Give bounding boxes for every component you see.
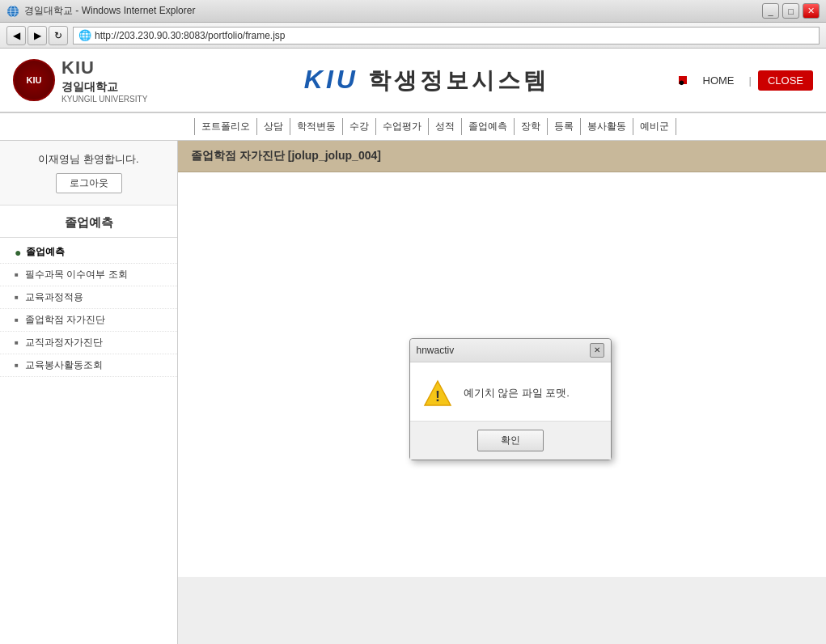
university-logo: KIU [13,59,55,101]
content-wrapper: 이재영님 환영합니다. 로그아웃 졸업예측 ● 졸업예측 ■ 필수과목 이수여부… [0,141,826,644]
sidebar-item-teacher-self-diag[interactable]: ■ 교직과정자가진단 [0,332,177,354]
active-bullet: ● [15,246,21,259]
nav-buttons: ◀ ▶ ↻ [6,26,68,45]
sidebar-item-curriculum[interactable]: ■ 교육과정적용 [0,286,177,309]
nav-item-reserve[interactable]: 예비군 [633,118,676,135]
nav-menu: 포트폴리오 상담 학적변동 수강 수업평가 성적 졸업예측 장학 등록 봉사활동… [0,113,826,141]
url-text: http://203.230.90.30:8083/portfolio/fram… [95,30,286,41]
confirm-button[interactable]: 확인 [477,430,544,451]
welcome-message: 이재영님 환영합니다. [11,152,166,167]
sidebar-item-label: 졸업예측 [26,245,65,259]
sidebar-section-title: 졸업예측 [0,205,177,238]
svg-text:!: ! [435,388,440,405]
dialog-message: 예기치 않은 파일 포맷. [464,386,570,400]
sidebar-item-required-courses[interactable]: ■ 필수과목 이수여부 조회 [0,264,177,286]
sidebar-user-area: 이재영님 환영합니다. 로그아웃 [0,141,177,205]
dialog-titlebar: hnwactiv ✕ [410,339,611,362]
sidebar-item-label: 졸업학점 자가진단 [25,313,105,327]
university-english-name: KYUNGIL UNIVERSITY [61,95,147,104]
list-dot: ■ [15,294,19,301]
page-title: 졸업학점 자가진단 [jolup_jolup_004] [191,149,381,162]
list-dot: ■ [15,316,19,324]
kiu-brand: KIU [61,57,147,78]
sidebar: 이재영님 환영합니다. 로그아웃 졸업예측 ● 졸업예측 ■ 필수과목 이수여부… [0,141,178,644]
main-content: 졸업학점 자가진단 [jolup_jolup_004] hnwactiv ✕ [178,141,826,644]
home-dot: ● [679,76,687,84]
nav-menu-items: 포트폴리오 상담 학적변동 수강 수업평가 성적 졸업예측 장학 등록 봉사활동… [194,118,826,135]
nav-item-counseling[interactable]: 상담 [257,118,290,135]
close-button[interactable]: CLOSE [758,70,813,91]
window-controls: _ □ ✕ [762,3,820,19]
logo-kiu: KIU [27,75,42,85]
home-button[interactable]: HOME [695,71,743,90]
sidebar-item-edu-volunteer[interactable]: ■ 교육봉사활동조회 [0,354,177,377]
sidebar-item-label: 교육과정적용 [25,290,83,304]
nav-item-courses[interactable]: 수강 [343,118,376,135]
browser-title: 경일대학교 - Windows Internet Explorer [24,4,762,18]
forward-button[interactable]: ▶ [28,26,47,45]
university-name-area: KIU 경일대학교 KYUNGIL UNIVERSITY [61,57,147,104]
dialog-box: hnwactiv ✕ ! 예기치 않은 파일 포맷. 확 [409,338,612,460]
browser-icon [6,5,19,18]
window-close-button[interactable]: ✕ [803,3,820,19]
dialog-title: hnwactiv [417,345,455,356]
list-dot: ■ [15,362,19,369]
sidebar-item-label: 필수과목 이수여부 조회 [25,268,128,282]
nav-separator: | [749,74,752,87]
list-dot: ■ [15,339,19,346]
sidebar-item-label: 교육봉사활동조회 [25,358,103,372]
minimize-button[interactable]: _ [762,3,779,19]
nav-item-grades[interactable]: 성적 [429,118,462,135]
browser-toolbar: ◀ ▶ ↻ 🌐 http://203.230.90.30:8083/portfo… [0,23,826,49]
nav-item-scholarship[interactable]: 장학 [515,118,548,135]
refresh-button[interactable]: ↻ [49,26,68,45]
sidebar-item-label: 교직과정자가진단 [25,336,103,350]
page-title-bar: 졸업학점 자가진단 [jolup_jolup_004] [178,141,826,172]
browser-titlebar: 경일대학교 - Windows Internet Explorer _ □ ✕ [0,0,826,23]
address-bar[interactable]: 🌐 http://203.230.90.30:8083/portfolio/fr… [73,27,820,44]
nav-item-portfolio[interactable]: 포트폴리오 [194,118,257,135]
restore-button[interactable]: □ [782,3,799,19]
list-dot: ■ [15,271,19,278]
logo-area: KIU KIU 경일대학교 KYUNGIL UNIVERSITY [13,57,175,104]
nav-item-academic-change[interactable]: 학적변동 [290,118,343,135]
header-nav: ● HOME | CLOSE [679,70,813,91]
back-button[interactable]: ◀ [6,26,26,45]
modal-overlay: hnwactiv ✕ ! 예기치 않은 파일 포맷. 확 [178,172,826,577]
main-wrapper: KIU KIU 경일대학교 KYUNGIL UNIVERSITY KIU 학생정… [0,49,826,644]
sidebar-item-graduation-forecast[interactable]: ● 졸업예측 [0,241,177,264]
logout-button[interactable]: 로그아웃 [56,173,122,193]
university-korean-name: 경일대학교 [61,80,147,95]
nav-item-registration[interactable]: 등록 [548,118,581,135]
nav-item-course-eval[interactable]: 수업평가 [376,118,429,135]
content-area: hnwactiv ✕ ! 예기치 않은 파일 포맷. 확 [178,172,826,577]
site-title-text: 학생정보시스템 [358,68,549,93]
site-kiu-label: KIU [304,65,358,94]
nav-item-volunteer[interactable]: 봉사활동 [581,118,633,135]
sidebar-menu: ● 졸업예측 ■ 필수과목 이수여부 조회 ■ 교육과정적용 ■ 졸업학점 자가… [0,238,177,380]
globe-icon: 🌐 [78,29,91,41]
warning-icon: ! [423,379,452,408]
dialog-close-button[interactable]: ✕ [590,343,604,358]
sidebar-item-graduation-credits[interactable]: ■ 졸업학점 자가진단 [0,309,177,332]
nav-item-graduation[interactable]: 졸업예측 [462,118,515,135]
dialog-body: ! 예기치 않은 파일 포맷. [410,362,611,421]
site-header: KIU KIU 경일대학교 KYUNGIL UNIVERSITY KIU 학생정… [0,49,826,113]
dialog-footer: 확인 [410,421,611,460]
site-title-area: KIU 학생정보시스템 [175,65,679,96]
